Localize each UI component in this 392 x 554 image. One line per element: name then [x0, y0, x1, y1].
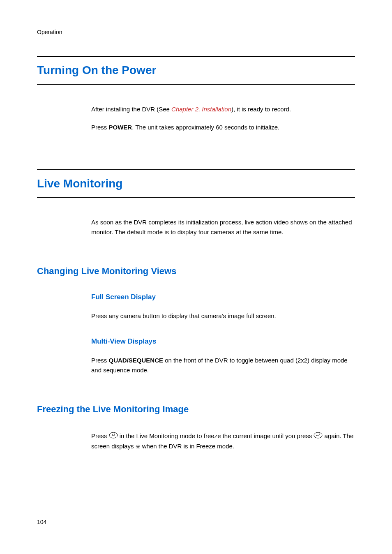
text-run: After installing the DVR (See	[91, 106, 171, 113]
section-rule	[37, 197, 355, 198]
text-run: Press	[91, 432, 109, 439]
section-rule	[37, 84, 355, 85]
cross-reference-link: Chapter 2, Installation	[171, 106, 231, 113]
body-paragraph: Press QUAD/SEQUENCE on the front of the …	[91, 355, 355, 375]
text-run: ), it is ready to record.	[231, 106, 291, 113]
body-paragraph: After installing the DVR (See Chapter 2,…	[91, 104, 355, 114]
subsection-title-changing-views: Changing Live Monitoring Views	[37, 266, 355, 277]
body-paragraph: Press POWER. The unit takes approximatel…	[91, 122, 355, 132]
text-bold: POWER	[109, 124, 132, 131]
body-paragraph: Press any camera button to display that …	[91, 311, 355, 321]
text-run: Press	[91, 357, 109, 364]
page-footer: 104	[37, 516, 355, 525]
text-run: in the Live Monitoring mode to freeze th…	[118, 432, 314, 439]
section-title-live-monitoring: Live Monitoring	[37, 177, 355, 191]
section-rule	[37, 56, 355, 57]
subsection-title-freezing: Freezing the Live Monitoring Image	[37, 404, 355, 415]
text-run: . The unit takes approximately 60 second…	[132, 124, 279, 131]
enter-key-icon	[314, 432, 323, 441]
text-run: when the DVR is in Freeze mode.	[141, 443, 234, 450]
section-title-power: Turning On the Power	[37, 63, 355, 77]
text-run: Press	[91, 124, 109, 131]
body-paragraph: Press in the Live Monitoring mode to fre…	[91, 431, 355, 451]
subsubsection-title-multi-view: Multi-View Displays	[91, 337, 355, 346]
text-bold: QUAD/SEQUENCE	[109, 357, 164, 364]
section-rule	[37, 169, 355, 170]
enter-key-icon	[109, 432, 118, 441]
subsubsection-title-full-screen: Full Screen Display	[91, 293, 355, 301]
body-paragraph: As soon as the DVR completes its initial…	[91, 217, 355, 237]
page-number: 104	[37, 519, 46, 525]
freeze-indicator-icon: ✳	[136, 442, 141, 451]
page-header-section: Operation	[37, 29, 355, 35]
